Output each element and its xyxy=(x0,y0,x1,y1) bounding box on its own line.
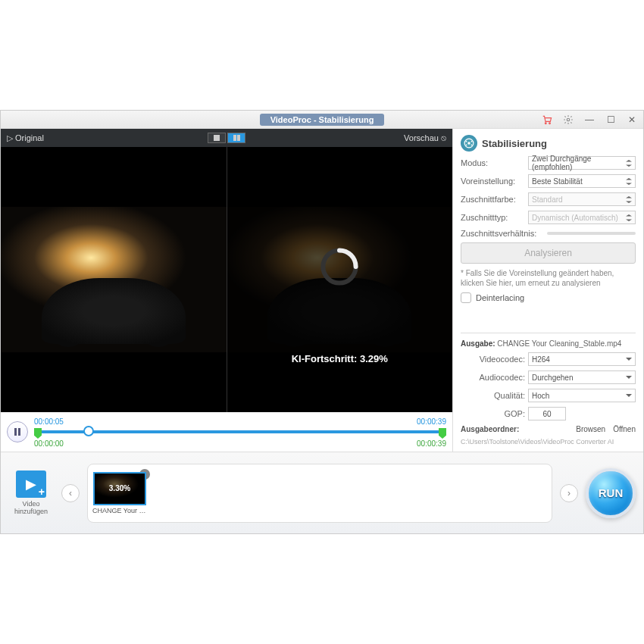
analyze-note: * Falls Sie die Voreinstellung geändert … xyxy=(461,268,636,288)
audiocodec-label: Audiocodec: xyxy=(461,373,525,382)
deinterlacing-checkbox[interactable]: Deinterlacing xyxy=(461,292,636,303)
open-folder-button[interactable]: Öffnen xyxy=(613,425,636,433)
preview-header: ▷ Original Vorschau ⍉ xyxy=(1,129,452,147)
output-filename: Ausgabe: CHANGE Your Cleaning_Stable.mp4 xyxy=(461,339,636,348)
zuschnittverhaeltnis-label: Zuschnittsverhältnis: xyxy=(461,229,544,238)
view-single-button[interactable] xyxy=(208,133,226,143)
videocodec-select[interactable]: H264 xyxy=(528,352,636,366)
main-area: ▷ Original Vorschau ⍉ KI-Fortschr xyxy=(1,129,643,452)
gop-input[interactable]: 60 xyxy=(528,407,566,420)
view-toggle xyxy=(208,133,245,143)
time-current: 00:00:05 xyxy=(34,417,64,426)
titlebar: VideoProc - Stabilisierung — ☐ ✕ xyxy=(1,111,643,129)
thumbnail-item[interactable]: × 3.30% CHANGE Your Cle xyxy=(92,472,147,514)
thumbnail-strip: × 3.30% CHANGE Your Cle xyxy=(87,464,552,523)
original-label: ▷ Original xyxy=(7,133,44,143)
app-window: VideoProc - Stabilisierung — ☐ ✕ ▷ Origi… xyxy=(0,110,644,534)
add-video-button[interactable]: ▶ Video hinzufügen xyxy=(8,470,54,516)
svg-point-6 xyxy=(466,141,467,142)
svg-point-7 xyxy=(471,141,473,142)
quality-select[interactable]: Hoch xyxy=(528,389,636,402)
bottom-bar: ▶ Video hinzufügen ‹ × 3.30% CHANGE Your… xyxy=(1,452,643,533)
zuschnitttyp-select[interactable]: Dynamisch (Automatisch) xyxy=(528,211,636,224)
svg-point-9 xyxy=(471,144,473,145)
voreinstellung-select[interactable]: Beste Stabilität xyxy=(528,174,636,188)
view-split-button[interactable] xyxy=(227,133,245,143)
time-start: 00:00:00 xyxy=(34,439,64,448)
zuschnittfarbe-select[interactable]: Standard xyxy=(528,192,636,206)
gop-label: GOP: xyxy=(461,409,525,418)
videocodec-label: Videocodec: xyxy=(461,355,525,364)
svg-point-0 xyxy=(545,122,546,123)
next-button[interactable]: › xyxy=(560,484,578,502)
preview-panel: ▷ Original Vorschau ⍉ KI-Fortschr xyxy=(1,129,452,452)
stabilization-icon xyxy=(461,135,477,152)
close-button[interactable]: ✕ xyxy=(624,113,640,127)
timeline-track[interactable]: 00:00:05 00:00:00 00:00:39 00:00:39 xyxy=(34,417,446,447)
sidebar: Stabilisierung Modus:Zwei Durchgänge (em… xyxy=(452,129,643,452)
modus-label: Modus: xyxy=(461,158,525,167)
svg-point-1 xyxy=(549,122,551,123)
output-path: C:\Users\Toolstone\Videos\VideoProc Conv… xyxy=(461,438,636,445)
cart-icon[interactable] xyxy=(539,113,555,127)
minimize-button[interactable]: — xyxy=(581,113,598,127)
gear-icon[interactable] xyxy=(560,113,577,127)
range-end-handle[interactable] xyxy=(439,428,446,439)
modus-select[interactable]: Zwei Durchgänge (empfohlen) xyxy=(528,156,636,170)
spinner-icon xyxy=(317,244,362,289)
timeline: 00:00:05 00:00:00 00:00:39 00:00:39 xyxy=(1,412,452,452)
thumbnail-image: 3.30% xyxy=(93,472,146,505)
analyze-button[interactable]: Analysieren xyxy=(461,242,636,264)
browse-button[interactable]: Browsen xyxy=(576,425,605,433)
titlebar-controls: — ☐ ✕ xyxy=(539,113,640,127)
ratio-slider[interactable] xyxy=(547,232,636,235)
preview-body: KI-Fortschritt: 3.29% xyxy=(1,147,452,412)
svg-point-8 xyxy=(466,144,467,145)
add-video-icon: ▶ xyxy=(16,470,46,498)
preview-pane: KI-Fortschritt: 3.29% xyxy=(227,147,453,412)
svg-point-2 xyxy=(567,118,570,121)
playhead-handle[interactable] xyxy=(83,426,94,436)
progress-text: KI-Fortschritt: 3.29% xyxy=(292,353,388,364)
maximize-button[interactable]: ☐ xyxy=(602,113,619,127)
zuschnittfarbe-label: Zuschnittfarbe: xyxy=(461,195,525,204)
voreinstellung-label: Voreinstellung: xyxy=(461,177,525,186)
zuschnitttyp-label: Zuschnitttyp: xyxy=(461,213,525,222)
window-title: VideoProc - Stabilisierung xyxy=(260,114,385,126)
play-pause-button[interactable] xyxy=(7,421,28,442)
thumbnail-name: CHANGE Your Cle xyxy=(92,507,147,514)
sidebar-title: Stabilisierung xyxy=(461,135,636,152)
time-end-top: 00:00:39 xyxy=(417,417,446,426)
run-button[interactable]: RUN xyxy=(586,468,636,518)
time-end-bottom: 00:00:39 xyxy=(417,439,446,448)
preview-label-wrap: Vorschau ⍉ xyxy=(404,133,446,143)
original-pane xyxy=(1,147,227,412)
quality-label: Qualität: xyxy=(461,391,525,400)
prev-button[interactable]: ‹ xyxy=(61,484,80,502)
svg-point-5 xyxy=(467,142,470,145)
output-folder-label: Ausgabeordner: xyxy=(461,425,519,433)
magnify-icon[interactable]: ⍉ xyxy=(441,133,446,143)
range-start-handle[interactable] xyxy=(34,428,42,439)
audiocodec-select[interactable]: Durchgehen xyxy=(528,370,636,384)
